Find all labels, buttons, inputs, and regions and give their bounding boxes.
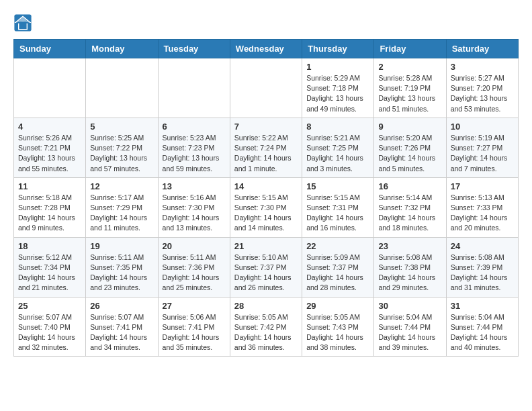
weekday-header-monday: Monday [86,40,158,58]
day-number: 16 [378,181,441,191]
day-number: 15 [306,181,369,191]
day-info: Sunrise: 5:14 AM Sunset: 7:32 PM Dayligh… [378,193,441,234]
page-header [13,13,519,32]
calendar-week-row: 11Sunrise: 5:18 AM Sunset: 7:28 PM Dayli… [14,177,519,237]
day-info: Sunrise: 5:15 AM Sunset: 7:31 PM Dayligh… [306,193,369,234]
day-info: Sunrise: 5:11 AM Sunset: 7:35 PM Dayligh… [90,253,153,293]
weekday-header-sunday: Sunday [14,40,86,58]
calendar-cell: 16Sunrise: 5:14 AM Sunset: 7:32 PM Dayli… [374,177,446,237]
day-number: 17 [451,181,514,191]
logo-icon [13,13,32,32]
day-number: 14 [234,181,298,191]
day-info: Sunrise: 5:10 AM Sunset: 7:37 PM Dayligh… [234,253,298,293]
calendar-cell [86,58,158,118]
day-info: Sunrise: 5:19 AM Sunset: 7:27 PM Dayligh… [451,133,514,174]
day-number: 11 [18,181,81,191]
day-info: Sunrise: 5:22 AM Sunset: 7:24 PM Dayligh… [234,133,298,174]
weekday-header-row: SundayMondayTuesdayWednesdayThursdayFrid… [14,40,519,58]
day-info: Sunrise: 5:21 AM Sunset: 7:25 PM Dayligh… [306,133,369,174]
calendar-cell: 1Sunrise: 5:29 AM Sunset: 7:18 PM Daylig… [302,58,374,118]
calendar-cell: 21Sunrise: 5:10 AM Sunset: 7:37 PM Dayli… [230,237,302,297]
day-info: Sunrise: 5:12 AM Sunset: 7:34 PM Dayligh… [18,253,81,293]
day-number: 13 [163,181,226,191]
weekday-header-saturday: Saturday [446,40,518,58]
day-number: 1 [306,62,369,72]
calendar-cell: 26Sunrise: 5:07 AM Sunset: 7:41 PM Dayli… [86,297,158,357]
calendar-header: SundayMondayTuesdayWednesdayThursdayFrid… [14,40,519,58]
weekday-header-tuesday: Tuesday [158,40,230,58]
calendar-cell: 29Sunrise: 5:05 AM Sunset: 7:43 PM Dayli… [302,297,374,357]
calendar-cell: 11Sunrise: 5:18 AM Sunset: 7:28 PM Dayli… [14,177,86,237]
day-number: 25 [18,301,81,311]
day-number: 4 [18,122,81,132]
day-number: 10 [451,122,514,132]
day-info: Sunrise: 5:28 AM Sunset: 7:19 PM Dayligh… [378,73,441,114]
day-info: Sunrise: 5:15 AM Sunset: 7:30 PM Dayligh… [234,193,298,234]
calendar-week-row: 18Sunrise: 5:12 AM Sunset: 7:34 PM Dayli… [14,237,519,297]
calendar-week-row: 1Sunrise: 5:29 AM Sunset: 7:18 PM Daylig… [14,58,519,118]
day-info: Sunrise: 5:20 AM Sunset: 7:26 PM Dayligh… [378,133,441,174]
calendar-cell: 30Sunrise: 5:04 AM Sunset: 7:44 PM Dayli… [374,297,446,357]
day-info: Sunrise: 5:05 AM Sunset: 7:43 PM Dayligh… [306,312,369,353]
day-info: Sunrise: 5:04 AM Sunset: 7:44 PM Dayligh… [378,312,441,353]
calendar-cell: 25Sunrise: 5:07 AM Sunset: 7:40 PM Dayli… [14,297,86,357]
day-number: 26 [90,301,153,311]
day-info: Sunrise: 5:06 AM Sunset: 7:41 PM Dayligh… [163,312,226,353]
day-info: Sunrise: 5:08 AM Sunset: 7:39 PM Dayligh… [451,253,514,293]
day-info: Sunrise: 5:16 AM Sunset: 7:30 PM Dayligh… [163,193,226,234]
calendar-cell: 20Sunrise: 5:11 AM Sunset: 7:36 PM Dayli… [158,237,230,297]
day-info: Sunrise: 5:04 AM Sunset: 7:44 PM Dayligh… [451,312,514,353]
calendar-cell: 27Sunrise: 5:06 AM Sunset: 7:41 PM Dayli… [158,297,230,357]
calendar-week-row: 4Sunrise: 5:26 AM Sunset: 7:21 PM Daylig… [14,118,519,177]
weekday-header-wednesday: Wednesday [230,40,302,58]
day-number: 3 [451,62,514,72]
calendar-cell: 15Sunrise: 5:15 AM Sunset: 7:31 PM Dayli… [302,177,374,237]
weekday-header-friday: Friday [374,40,446,58]
day-number: 6 [163,122,226,132]
logo [13,13,34,32]
day-info: Sunrise: 5:05 AM Sunset: 7:42 PM Dayligh… [234,312,298,353]
day-number: 29 [306,301,369,311]
day-info: Sunrise: 5:07 AM Sunset: 7:41 PM Dayligh… [90,312,153,353]
calendar-cell: 9Sunrise: 5:20 AM Sunset: 7:26 PM Daylig… [374,118,446,177]
day-number: 18 [18,241,81,251]
calendar-cell: 17Sunrise: 5:13 AM Sunset: 7:33 PM Dayli… [446,177,518,237]
calendar-cell: 6Sunrise: 5:23 AM Sunset: 7:23 PM Daylig… [158,118,230,177]
day-number: 7 [234,122,298,132]
day-info: Sunrise: 5:29 AM Sunset: 7:18 PM Dayligh… [306,73,369,114]
calendar-cell: 14Sunrise: 5:15 AM Sunset: 7:30 PM Dayli… [230,177,302,237]
calendar-cell [14,58,86,118]
calendar-cell: 3Sunrise: 5:27 AM Sunset: 7:20 PM Daylig… [446,58,518,118]
day-number: 31 [451,301,514,311]
day-number: 27 [163,301,226,311]
calendar-table: SundayMondayTuesdayWednesdayThursdayFrid… [13,39,519,357]
day-number: 12 [90,181,153,191]
calendar-cell: 31Sunrise: 5:04 AM Sunset: 7:44 PM Dayli… [446,297,518,357]
day-number: 9 [378,122,441,132]
day-info: Sunrise: 5:26 AM Sunset: 7:21 PM Dayligh… [18,133,81,174]
calendar-cell: 10Sunrise: 5:19 AM Sunset: 7:27 PM Dayli… [446,118,518,177]
day-info: Sunrise: 5:09 AM Sunset: 7:37 PM Dayligh… [306,253,369,293]
day-info: Sunrise: 5:25 AM Sunset: 7:22 PM Dayligh… [90,133,153,174]
day-info: Sunrise: 5:23 AM Sunset: 7:23 PM Dayligh… [163,133,226,174]
calendar-week-row: 25Sunrise: 5:07 AM Sunset: 7:40 PM Dayli… [14,297,519,357]
calendar-cell: 24Sunrise: 5:08 AM Sunset: 7:39 PM Dayli… [446,237,518,297]
calendar-cell: 19Sunrise: 5:11 AM Sunset: 7:35 PM Dayli… [86,237,158,297]
weekday-header-thursday: Thursday [302,40,374,58]
calendar-cell: 5Sunrise: 5:25 AM Sunset: 7:22 PM Daylig… [86,118,158,177]
calendar-cell: 28Sunrise: 5:05 AM Sunset: 7:42 PM Dayli… [230,297,302,357]
calendar-cell: 13Sunrise: 5:16 AM Sunset: 7:30 PM Dayli… [158,177,230,237]
calendar-cell: 7Sunrise: 5:22 AM Sunset: 7:24 PM Daylig… [230,118,302,177]
day-number: 19 [90,241,153,251]
day-number: 8 [306,122,369,132]
calendar-cell: 22Sunrise: 5:09 AM Sunset: 7:37 PM Dayli… [302,237,374,297]
calendar-cell: 8Sunrise: 5:21 AM Sunset: 7:25 PM Daylig… [302,118,374,177]
day-number: 22 [306,241,369,251]
day-info: Sunrise: 5:18 AM Sunset: 7:28 PM Dayligh… [18,193,81,234]
day-number: 20 [163,241,226,251]
calendar-cell: 23Sunrise: 5:08 AM Sunset: 7:38 PM Dayli… [374,237,446,297]
day-info: Sunrise: 5:13 AM Sunset: 7:33 PM Dayligh… [451,193,514,234]
day-info: Sunrise: 5:27 AM Sunset: 7:20 PM Dayligh… [451,73,514,114]
calendar-cell: 2Sunrise: 5:28 AM Sunset: 7:19 PM Daylig… [374,58,446,118]
day-number: 30 [378,301,441,311]
